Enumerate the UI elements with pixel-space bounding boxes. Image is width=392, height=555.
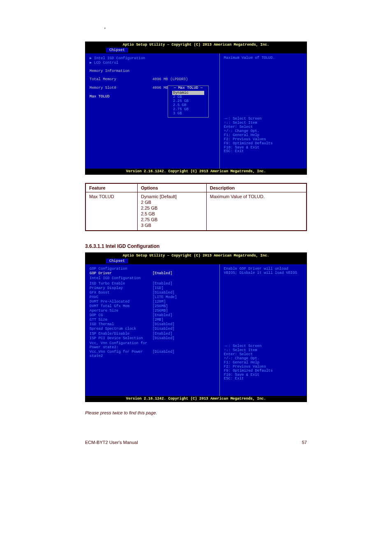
th-description: Description bbox=[206, 183, 307, 192]
opt-item: 3 GB bbox=[141, 223, 203, 228]
popup-opt-2gb[interactable]: 2 GB bbox=[172, 95, 204, 99]
popup-opt-3gb[interactable]: 3 GB bbox=[172, 111, 204, 116]
row-label: Vcc_Vnn Config for Power state2 bbox=[90, 350, 152, 358]
config-row: Vcc, Vnn Configuration for Power state2: bbox=[90, 341, 215, 349]
opt-item: 2.75 GB bbox=[141, 217, 203, 222]
bios-window-1: Aptio Setup Utility – Copyright (C) 2013… bbox=[85, 42, 307, 175]
popup-opt-25gb[interactable]: 2.5 GB bbox=[172, 103, 204, 107]
row-value: [Enabled] bbox=[152, 282, 215, 286]
mem-slot-label: Memory Slot0 bbox=[90, 86, 152, 90]
config-row[interactable]: Vcc_Vnn Config for Power state2[Disabled… bbox=[90, 350, 215, 358]
row-label: DVMT Pre-Allocated bbox=[90, 300, 152, 304]
row-label: DOP CG bbox=[90, 313, 152, 317]
row-label: GTT Size bbox=[90, 318, 152, 322]
tab-chipset[interactable]: Chipset bbox=[106, 48, 128, 53]
row-label: IGD Turbo Enable bbox=[90, 282, 152, 286]
row-label: PAVC bbox=[90, 295, 152, 299]
row-value: [Disabled] bbox=[152, 327, 215, 331]
bios-header-2: Aptio Setup Utility – Copyright (C) 2013… bbox=[85, 253, 307, 259]
row-value: [IGD] bbox=[152, 286, 215, 290]
popup-title: — Max TOLUD — bbox=[172, 86, 204, 90]
option-table: Feature Options Description Max TOLUD Dy… bbox=[85, 183, 307, 231]
row-value: [Enabled] bbox=[152, 271, 215, 275]
row-label: Vcc, Vnn Configuration for Power state2: bbox=[90, 341, 152, 349]
row-label: DVMT Total Gfx Mem bbox=[90, 304, 152, 308]
row-value: [256MB] bbox=[152, 304, 215, 308]
row-label: Primary Display bbox=[90, 286, 152, 290]
page-number: 57 bbox=[302, 440, 307, 445]
row-value: [Enabled] bbox=[152, 313, 215, 317]
help-line: ESC: Exit bbox=[224, 377, 302, 381]
row-value: [256MB] bbox=[152, 309, 215, 313]
popup-opt-275gb[interactable]: 2.75 GB bbox=[172, 107, 204, 111]
bios-header: Aptio Setup Utility – Copyright (C) 2013… bbox=[85, 42, 307, 48]
row-value: [LITE Mode] bbox=[152, 295, 215, 299]
row-value bbox=[152, 267, 215, 271]
config-row[interactable]: ISP Enable/Disable[Enabled] bbox=[90, 332, 215, 336]
row-value: [128M] bbox=[152, 300, 215, 304]
config-row[interactable]: IGD Turbo Enable[Enabled] bbox=[90, 282, 215, 286]
total-memory-value: 4096 MB (LPDDR3) bbox=[152, 77, 215, 81]
config-row[interactable]: DOP CG[Enabled] bbox=[90, 313, 215, 317]
help-top-text-2: Enable GOP Driver will unload VBIOS; Dis… bbox=[224, 267, 302, 275]
config-row[interactable]: PAVC[LITE Mode] bbox=[90, 295, 215, 299]
row-label: IGD Thermal bbox=[90, 322, 152, 326]
section-title: 3.6.3.1.1 Intel IGD Configuration bbox=[85, 243, 392, 249]
bios-right-panel-2: Enable GOP Driver will unload VBIOS; Dis… bbox=[219, 264, 307, 396]
table-row: Max TOLUD Dynamic [Default] 2 GB 2.25 GB… bbox=[85, 192, 307, 231]
td-desc: Maximum Value of TOLUD. bbox=[206, 192, 307, 231]
config-row: Intel IGD Configuration bbox=[90, 276, 215, 280]
th-options: Options bbox=[137, 183, 206, 192]
popup-max-tolud: — Max TOLUD — Dynamic 2 GB 2.25 GB 2.5 G… bbox=[168, 86, 209, 118]
note-text: Please press twice to find this page. bbox=[85, 410, 392, 415]
row-label: GFX Boost bbox=[90, 291, 152, 295]
bios-left-panel: ▶ Intel IGD Configuration ▶ LCD Control … bbox=[85, 53, 219, 169]
row-label: Spread Spectrum clock bbox=[90, 327, 152, 331]
row-label: Aperture Size bbox=[90, 309, 152, 313]
config-row[interactable]: Spread Spectrum clock[Disabled] bbox=[90, 327, 215, 331]
bios-window-2: Aptio Setup Utility – Copyright (C) 2013… bbox=[85, 252, 307, 402]
bios-tabs-2: Chipset bbox=[85, 259, 307, 264]
row-label: GOP Driver bbox=[90, 271, 152, 275]
config-row[interactable]: ISP PCI Device Selection[Disabled] bbox=[90, 336, 215, 340]
help-line: ESC: Exit bbox=[224, 150, 302, 154]
config-row[interactable]: GFX Boost[Disabled] bbox=[90, 291, 215, 295]
config-row[interactable]: Aperture Size[256MB] bbox=[90, 309, 215, 313]
bios-tabs: Chipset bbox=[85, 48, 307, 53]
help-top-text: Maximum Value of TOLUD. bbox=[224, 56, 302, 60]
row-label: Intel IGD Configuration bbox=[90, 276, 152, 280]
config-row[interactable]: IGD Thermal[Disabled] bbox=[90, 322, 215, 326]
row-label: ISP Enable/Disable bbox=[90, 332, 152, 336]
config-row[interactable]: DVMT Pre-Allocated[128M] bbox=[90, 300, 215, 304]
td-feature: Max TOLUD bbox=[85, 192, 137, 231]
bios-footer: Version 2.16.1242. Copyright (C) 2013 Am… bbox=[85, 169, 307, 174]
opt-item: 2 GB bbox=[141, 200, 203, 205]
mem-info-label: Memory Information bbox=[90, 69, 215, 73]
total-memory-label: Total Memory bbox=[90, 77, 152, 81]
th-feature: Feature bbox=[85, 183, 137, 192]
row-label: ISP PCI Device Selection bbox=[90, 336, 152, 340]
config-row[interactable]: GOP Driver[Enabled] bbox=[90, 271, 215, 275]
row-value: [Disabled] bbox=[152, 291, 215, 295]
link-igd-config[interactable]: ▶ Intel IGD Configuration bbox=[90, 56, 215, 60]
popup-opt-225gb[interactable]: 2.25 GB bbox=[172, 99, 204, 103]
opt-item: 2.5 GB bbox=[141, 211, 203, 216]
config-row[interactable]: Primary Display[IGD] bbox=[90, 286, 215, 290]
row-value: [Disabled] bbox=[152, 350, 215, 358]
config-row[interactable]: DVMT Total Gfx Mem[256MB] bbox=[90, 304, 215, 308]
tab-chipset-2[interactable]: Chipset bbox=[106, 259, 128, 264]
opt-item: 2.25 GB bbox=[141, 206, 203, 210]
footer-manual: ECM-BYT2 User's Manual bbox=[85, 440, 138, 445]
row-value: [2MB] bbox=[152, 318, 215, 322]
bios-footer-2: Version 2.16.1242. Copyright (C) 2013 Am… bbox=[85, 396, 307, 402]
row-value: [Disabled] bbox=[152, 336, 215, 340]
td-options: Dynamic [Default] 2 GB 2.25 GB 2.5 GB 2.… bbox=[137, 192, 206, 231]
help-keys-2: →←: Select Screen ↑↓: Select Item Enter:… bbox=[224, 345, 302, 393]
popup-opt-dynamic[interactable]: Dynamic bbox=[172, 91, 204, 95]
config-row[interactable]: GTT Size[2MB] bbox=[90, 318, 215, 322]
link-lcd-control[interactable]: ▶ LCD Control bbox=[90, 60, 215, 65]
row-label: GOP Configuration bbox=[90, 267, 152, 271]
row-value: [Disabled] bbox=[152, 322, 215, 326]
opt-item: Dynamic [Default] bbox=[141, 194, 203, 199]
config-row: GOP Configuration bbox=[90, 267, 215, 271]
